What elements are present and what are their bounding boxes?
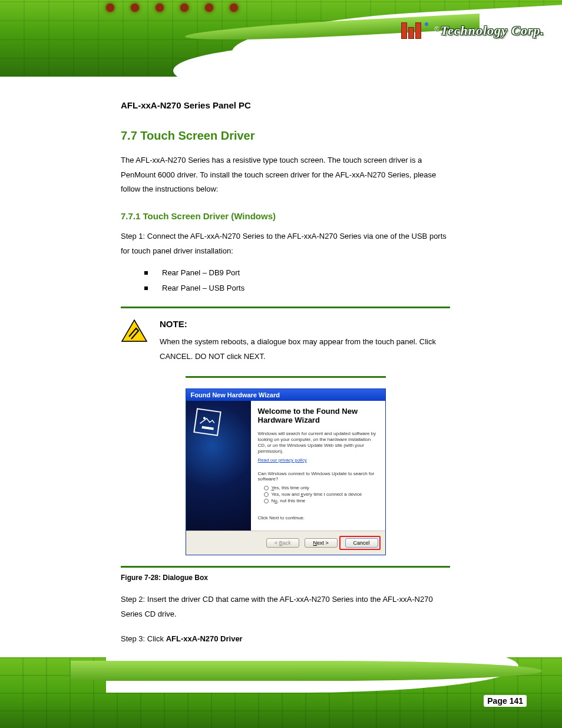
step-3: Step 3: Click AFL-xxA-N270 Driver [121,632,450,647]
dialog-paragraph: Windows will search for current and upda… [258,431,378,454]
connection-bullet-list: Rear Panel – DB9 Port Rear Panel – USB P… [144,265,450,296]
radio-icon [264,499,269,503]
registered-mark: ® [434,25,439,32]
page-footer-banner: Page 141 [0,657,562,728]
intro-product-driver: PenMount 6000 driver. [121,170,198,179]
dialog-heading-l2: Hardware Wizard [258,416,320,424]
privacy-link[interactable]: Read our privacy policy [258,457,307,463]
svg-rect-4 [201,426,213,430]
header-decor-dots [106,4,238,12]
radio-icon [264,486,269,490]
dialog-titlebar: Found New Hardware Wizard [186,389,385,401]
note-cancel-word: Cancel [160,352,191,361]
note-line2: panel. Click [396,337,436,346]
note-text: When the system reboots, a dialogue box … [160,335,450,364]
step3-bold: AFL-xxA-N270 Driver [166,634,243,643]
wizard-dialog: Found New Hardware Wizard Welcome to [186,388,386,555]
radio-option-2[interactable]: Yes, now and every time I connect a devi… [264,492,378,497]
brand-name: Technology Corp. [440,23,544,38]
next-button[interactable]: Next > [305,538,338,548]
dialog-heading-l1: Welcome to the Found New [258,407,358,416]
radio-icon [264,492,269,497]
note-icon [121,319,148,342]
step1-label: Step 1: [121,232,145,241]
step1-text: Connect the AFL-xxA-N270 Series to the A… [121,232,447,255]
bullet-item: Rear Panel – USB Ports [144,281,450,296]
intro-line-1: The AFL-xxA-N270 Series has a resistive … [121,156,422,164]
cancel-highlight-box: Cancel [339,536,381,550]
divider-green [121,307,450,308]
dialog-button-row: < Back Next > Cancel [186,531,385,555]
page-header-banner: ®Technology Corp. [0,0,562,77]
sub-heading: 7.7.1 Touch Screen Driver (Windows) [121,211,450,221]
step2-label: Step 2: [121,595,145,604]
intro-paragraph: The AFL-xxA-N270 Series has a resistive … [121,153,450,197]
page-number: Page 141 [484,695,527,707]
note-line4: . [263,352,266,361]
radio-option-3[interactable]: No, not this time [264,498,378,503]
dialog-body: Welcome to the Found New Hardware Wizard… [186,401,385,531]
note-line1: When the system reboots, a dialogue box … [160,337,394,346]
dialog-main-panel: Welcome to the Found New Hardware Wizard… [251,401,385,531]
bullet-item: Rear Panel – DB9 Port [144,265,450,281]
product-title: AFL-xxA-N270 Series Panel PC [121,100,450,110]
step2-text-1: Insert the driver CD that came with the … [147,595,381,604]
page-content: AFL-xxA-N270 Series Panel PC 7.7 Touch S… [121,100,450,728]
dialog-sidebar-graphic [186,401,251,531]
brand-logo-icon [401,22,428,39]
figure-caption: Figure 7-28: Dialogue Box [121,574,450,582]
step3-text-1: Click [147,634,164,643]
radio-option-1[interactable]: Yes, this time only [264,485,378,490]
note-line3: . DO NOT click [191,352,242,361]
intro-line-2: To install the touch screen driver for t… [200,170,385,179]
note-callout: NOTE: When the system reboots, a dialogu… [121,319,450,364]
section-heading: 7.7 Touch Screen Driver [121,129,450,143]
note-title: NOTE: [160,319,450,329]
dialog-heading: Welcome to the Found New Hardware Wizard [258,407,378,425]
step3-label: Step 3: [121,634,145,643]
svg-rect-2 [194,409,220,435]
note-body: NOTE: When the system reboots, a dialogu… [160,319,450,364]
figure-divider [121,566,450,568]
note-next-word: Next [244,352,263,361]
cancel-button[interactable]: Cancel [345,538,378,548]
step-1: Step 1: Connect the AFL-xxA-N270 Series … [121,229,450,258]
back-button[interactable]: < Back [266,538,299,548]
step-2: Step 2: Insert the driver CD that came w… [121,592,450,621]
embedded-screenshot: Found New Hardware Wizard Welcome to [186,376,386,555]
brand-text: ®Technology Corp. [434,23,544,38]
dialog-question: Can Windows connect to Windows Update to… [258,471,378,482]
footer-swoosh-green [71,661,542,681]
dialog-continue-text: Click Next to continue. [258,515,378,521]
brand-logo-block: ®Technology Corp. [401,22,544,39]
